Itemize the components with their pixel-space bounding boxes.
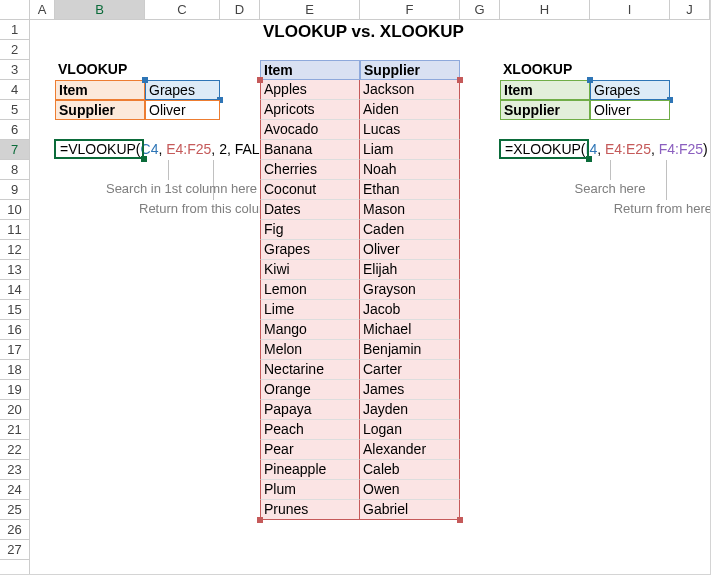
row-4[interactable]: 4 [0, 80, 29, 100]
row-10[interactable]: 10 [0, 200, 29, 220]
col-B[interactable]: B [55, 0, 145, 19]
table-cell-supplier[interactable]: Jayden [360, 400, 460, 420]
table-cell-item[interactable]: Avocado [260, 120, 360, 140]
table-cell-supplier[interactable]: Caden [360, 220, 460, 240]
table-cell-item[interactable]: Banana [260, 140, 360, 160]
row-11[interactable]: 11 [0, 220, 29, 240]
table-cell-item[interactable]: Mango [260, 320, 360, 340]
row-8[interactable]: 8 [0, 160, 29, 180]
table-cell-supplier[interactable]: Mason [360, 200, 460, 220]
row-22[interactable]: 22 [0, 440, 29, 460]
table-cell-supplier[interactable]: Liam [360, 140, 460, 160]
table-cell-supplier[interactable]: Carter [360, 360, 460, 380]
row-3[interactable]: 3 [0, 60, 29, 80]
row-5[interactable]: 5 [0, 100, 29, 120]
table-cell-item[interactable]: Lime [260, 300, 360, 320]
table-cell-supplier[interactable]: James [360, 380, 460, 400]
vlookup-item-value[interactable]: Grapes [145, 80, 220, 100]
select-all-corner[interactable] [0, 0, 30, 19]
col-J[interactable]: J [670, 0, 710, 19]
table-cell-supplier[interactable]: Caleb [360, 460, 460, 480]
grid[interactable]: VLOOKUP vs. XLOOKUP VLOOKUP Item Grapes … [30, 20, 710, 574]
col-C[interactable]: C [145, 0, 220, 19]
xlookup-supplier-label[interactable]: Supplier [500, 100, 590, 120]
table-cell-supplier[interactable]: Elijah [360, 260, 460, 280]
table-cell-item[interactable]: Dates [260, 200, 360, 220]
table-cell-item[interactable]: Coconut [260, 180, 360, 200]
col-I[interactable]: I [590, 0, 670, 19]
table-cell-item[interactable]: Papaya [260, 400, 360, 420]
table-cell-item[interactable]: Prunes [260, 500, 360, 520]
col-D[interactable]: D [220, 0, 260, 19]
col-G[interactable]: G [460, 0, 500, 19]
table-cell-supplier[interactable]: Alexander [360, 440, 460, 460]
table-cell-item[interactable]: Grapes [260, 240, 360, 260]
spreadsheet[interactable]: A B C D E F G H I J 12345678910111213141… [0, 0, 711, 575]
formula-arg2: E4:E25 [605, 141, 651, 157]
table-cell-supplier[interactable]: Michael [360, 320, 460, 340]
table-cell-item[interactable]: Cherries [260, 160, 360, 180]
table-cell-item[interactable]: Orange [260, 380, 360, 400]
col-F[interactable]: F [360, 0, 460, 19]
row-21[interactable]: 21 [0, 420, 29, 440]
table-cell-supplier[interactable]: Ethan [360, 180, 460, 200]
row-19[interactable]: 19 [0, 380, 29, 400]
table-header-supplier[interactable]: Supplier [360, 60, 460, 80]
row-1[interactable]: 1 [0, 20, 29, 40]
col-E[interactable]: E [260, 0, 360, 19]
table-header-item[interactable]: Item [260, 60, 360, 80]
table-cell-item[interactable]: Apples [260, 80, 360, 100]
table-cell-supplier[interactable]: Oliver [360, 240, 460, 260]
table-cell-item[interactable]: Plum [260, 480, 360, 500]
table-cell-item[interactable]: Peach [260, 420, 360, 440]
table-cell-supplier[interactable]: Lucas [360, 120, 460, 140]
table-cell-supplier[interactable]: Owen [360, 480, 460, 500]
xlookup-item-label[interactable]: Item [500, 80, 590, 100]
row-24[interactable]: 24 [0, 480, 29, 500]
xlookup-formula-cell[interactable]: =XLOOKUP(I4, E4:E25, F4:F25) [502, 140, 711, 160]
row-2[interactable]: 2 [0, 40, 29, 60]
row-9[interactable]: 9 [0, 180, 29, 200]
table-cell-supplier[interactable]: Jacob [360, 300, 460, 320]
table-cell-item[interactable]: Pear [260, 440, 360, 460]
row-16[interactable]: 16 [0, 320, 29, 340]
row-6[interactable]: 6 [0, 120, 29, 140]
range-marker-icon [257, 77, 263, 83]
xlookup-heading: XLOOKUP [500, 60, 575, 80]
row-20[interactable]: 20 [0, 400, 29, 420]
vlookup-item-label[interactable]: Item [55, 80, 145, 100]
row-12[interactable]: 12 [0, 240, 29, 260]
row-26[interactable]: 26 [0, 520, 29, 540]
table-cell-item[interactable]: Fig [260, 220, 360, 240]
table-cell-supplier[interactable]: Benjamin [360, 340, 460, 360]
row-23[interactable]: 23 [0, 460, 29, 480]
vlookup-supplier-label[interactable]: Supplier [55, 100, 145, 120]
xlookup-supplier-value[interactable]: Oliver [590, 100, 670, 120]
row-25[interactable]: 25 [0, 500, 29, 520]
table-cell-supplier[interactable]: Logan [360, 420, 460, 440]
row-14[interactable]: 14 [0, 280, 29, 300]
col-A[interactable]: A [30, 0, 55, 19]
table-cell-item[interactable]: Melon [260, 340, 360, 360]
row-7[interactable]: 7 [0, 140, 29, 160]
row-15[interactable]: 15 [0, 300, 29, 320]
table-cell-item[interactable]: Apricots [260, 100, 360, 120]
table-cell-supplier[interactable]: Jackson [360, 80, 460, 100]
row-17[interactable]: 17 [0, 340, 29, 360]
row-18[interactable]: 18 [0, 360, 29, 380]
table-cell-item[interactable]: Lemon [260, 280, 360, 300]
table-cell-supplier[interactable]: Grayson [360, 280, 460, 300]
table-cell-supplier[interactable]: Noah [360, 160, 460, 180]
table-cell-supplier[interactable]: Gabriel [360, 500, 460, 520]
fill-handle-x[interactable] [586, 156, 592, 162]
col-H[interactable]: H [500, 0, 590, 19]
table-cell-item[interactable]: Nectarine [260, 360, 360, 380]
fill-handle[interactable] [141, 156, 147, 162]
table-cell-supplier[interactable]: Aiden [360, 100, 460, 120]
row-13[interactable]: 13 [0, 260, 29, 280]
table-cell-item[interactable]: Kiwi [260, 260, 360, 280]
vlookup-supplier-value[interactable]: Oliver [145, 100, 220, 120]
table-cell-item[interactable]: Pineapple [260, 460, 360, 480]
xlookup-item-value[interactable]: Grapes [590, 80, 670, 100]
row-27[interactable]: 27 [0, 540, 29, 560]
